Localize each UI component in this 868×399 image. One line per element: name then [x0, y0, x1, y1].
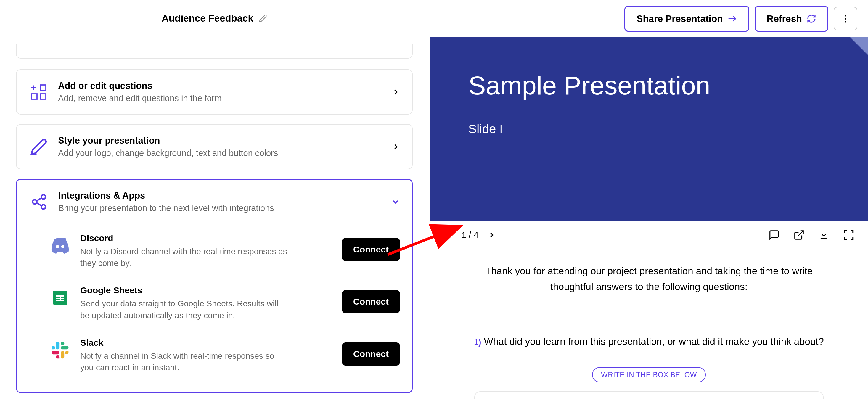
svg-rect-3 — [32, 94, 37, 99]
integration-title: Discord — [80, 233, 333, 243]
card-subtitle: Bring your presentation to the next leve… — [58, 203, 382, 213]
integration-title: Google Sheets — [80, 285, 333, 296]
top-actions: Share Presentation Refresh — [430, 0, 868, 37]
right-panel: Share Presentation Refresh Sam — [430, 0, 868, 399]
form-content: Thank you for attending our project pres… — [430, 249, 868, 399]
slack-icon — [50, 339, 71, 361]
page-indicator: 1 / 4 — [461, 230, 478, 240]
integration-desc: Notify a channel in Slack with real-time… — [80, 350, 287, 373]
slide-corner-fold — [850, 37, 868, 55]
svg-line-10 — [37, 198, 41, 201]
integration-content: Google Sheets Send your data straight to… — [80, 285, 333, 321]
send-icon — [728, 14, 737, 23]
share-presentation-button[interactable]: Share Presentation — [624, 6, 749, 32]
card-content: Style your presentation Add your logo, c… — [58, 135, 382, 158]
question-text: 1) What did you learn from this presenta… — [471, 334, 827, 349]
question-number: 1) — [474, 338, 481, 347]
slide-controls: 1 / 4 — [430, 221, 868, 249]
svg-rect-16 — [820, 238, 827, 239]
more-options-button[interactable] — [834, 7, 857, 30]
card-title: Style your presentation — [58, 135, 382, 146]
connect-sheets-button[interactable]: Connect — [342, 290, 400, 313]
open-external-icon[interactable] — [794, 229, 805, 241]
slide-title: Sample Presentation — [468, 70, 710, 101]
hint-pill: WRITE IN THE BOX BELOW — [592, 367, 706, 382]
integrations-header[interactable]: Integrations & Apps Bring your presentat… — [29, 190, 400, 213]
add-questions-icon — [28, 82, 49, 102]
svg-rect-4 — [40, 94, 46, 99]
svg-point-8 — [41, 205, 45, 209]
prev-slide-button[interactable] — [443, 231, 452, 240]
connect-slack-button[interactable]: Connect — [342, 342, 400, 366]
left-panel: Audience Feedback Add or edit questions … — [0, 0, 429, 399]
card-content: Add or edit questions Add, remove and ed… — [58, 81, 382, 103]
next-slide-button[interactable] — [487, 231, 496, 240]
slide-preview: Sample Presentation Slide I — [430, 37, 868, 221]
share-label: Share Presentation — [637, 13, 723, 24]
integration-content: Slack Notify a channel in Slack with rea… — [80, 338, 333, 373]
card-subtitle: Add your logo, change background, text a… — [58, 148, 382, 158]
integration-slack: Slack Notify a channel in Slack with rea… — [29, 330, 400, 381]
comment-icon[interactable] — [769, 229, 780, 241]
chevron-down-icon — [391, 197, 400, 206]
integration-content: Discord Notify a Discord channel with th… — [80, 233, 333, 269]
card-title: Add or edit questions — [58, 81, 382, 91]
edit-title-icon[interactable] — [259, 14, 267, 23]
svg-point-6 — [41, 194, 45, 199]
cards-container: Add or edit questions Add, remove and ed… — [0, 37, 429, 393]
fullscreen-icon[interactable] — [843, 229, 855, 241]
presentation-title: Audience Feedback — [162, 13, 253, 24]
nav-section: 1 / 4 — [443, 230, 496, 240]
integration-discord: Discord Notify a Discord channel with th… — [29, 225, 400, 277]
form-intro-text: Thank you for attending our project pres… — [471, 264, 827, 295]
style-presentation-card[interactable]: Style your presentation Add your logo, c… — [16, 124, 413, 169]
partial-card-above — [16, 44, 413, 59]
answer-input[interactable] — [474, 391, 824, 399]
svg-point-12 — [845, 15, 846, 17]
refresh-icon — [807, 14, 816, 23]
style-icon — [28, 136, 49, 157]
card-subtitle: Add, remove and edit questions in the fo… — [58, 94, 382, 103]
question-body: What did you learn from this presentatio… — [484, 336, 824, 347]
card-content: Integrations & Apps Bring your presentat… — [58, 190, 382, 213]
slide-subtitle: Slide I — [468, 122, 503, 136]
share-icon — [29, 191, 50, 212]
refresh-label: Refresh — [767, 13, 802, 24]
controls-right — [769, 229, 855, 241]
title-bar: Audience Feedback — [0, 0, 429, 37]
chevron-right-icon — [391, 142, 400, 151]
card-title: Integrations & Apps — [58, 190, 382, 201]
discord-icon — [50, 235, 71, 256]
download-icon[interactable] — [818, 229, 830, 241]
integration-title: Slack — [80, 338, 333, 348]
chevron-right-icon — [391, 88, 400, 96]
svg-line-15 — [798, 231, 803, 236]
svg-line-9 — [37, 203, 42, 206]
svg-rect-2 — [40, 85, 46, 90]
integrations-card: Integrations & Apps Bring your presentat… — [16, 179, 413, 393]
refresh-button[interactable]: Refresh — [755, 6, 828, 32]
svg-point-13 — [845, 18, 846, 20]
connect-discord-button[interactable]: Connect — [342, 238, 400, 261]
integration-desc: Notify a Discord channel with the real-t… — [80, 246, 287, 269]
svg-point-14 — [845, 21, 846, 23]
google-sheets-icon — [50, 287, 71, 308]
integration-desc: Send your data straight to Google Sheets… — [80, 298, 287, 321]
svg-point-7 — [33, 200, 37, 204]
question-section: 1) What did you learn from this presenta… — [447, 315, 850, 399]
integration-google-sheets: Google Sheets Send your data straight to… — [29, 277, 400, 329]
more-vertical-icon — [840, 13, 851, 24]
add-questions-card[interactable]: Add or edit questions Add, remove and ed… — [16, 69, 413, 115]
